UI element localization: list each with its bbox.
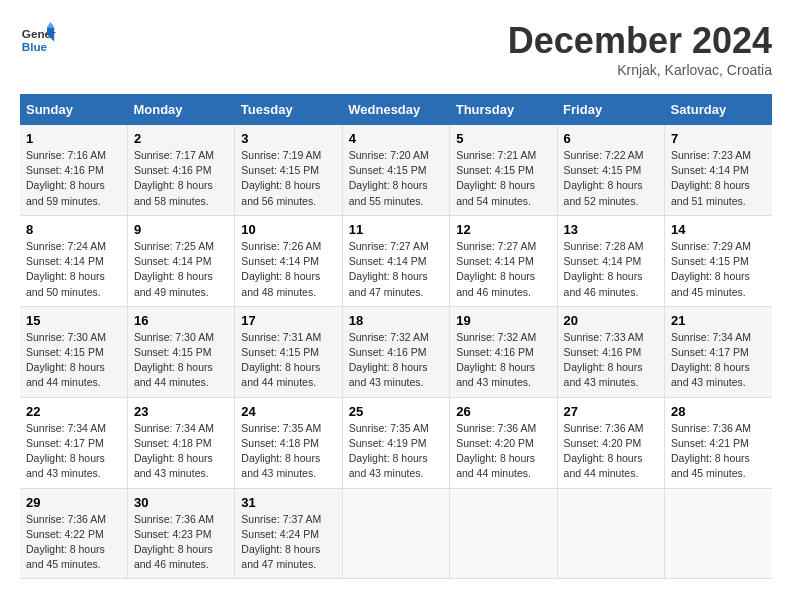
week-row-4: 22Sunrise: 7:34 AMSunset: 4:17 PMDayligh… bbox=[20, 397, 772, 488]
day-info: Sunrise: 7:36 AMSunset: 4:23 PMDaylight:… bbox=[134, 512, 228, 573]
day-info: Sunrise: 7:19 AMSunset: 4:15 PMDaylight:… bbox=[241, 148, 335, 209]
day-number: 26 bbox=[456, 404, 550, 419]
day-number: 14 bbox=[671, 222, 766, 237]
month-title: December 2024 bbox=[508, 20, 772, 62]
page-header: General Blue December 2024 Krnjak, Karlo… bbox=[20, 20, 772, 78]
day-cell: 20Sunrise: 7:33 AMSunset: 4:16 PMDayligh… bbox=[557, 306, 664, 397]
day-cell: 2Sunrise: 7:17 AMSunset: 4:16 PMDaylight… bbox=[127, 125, 234, 215]
weekday-header-row: SundayMondayTuesdayWednesdayThursdayFrid… bbox=[20, 94, 772, 125]
day-cell: 27Sunrise: 7:36 AMSunset: 4:20 PMDayligh… bbox=[557, 397, 664, 488]
day-number: 20 bbox=[564, 313, 658, 328]
day-info: Sunrise: 7:35 AMSunset: 4:19 PMDaylight:… bbox=[349, 421, 443, 482]
day-info: Sunrise: 7:25 AMSunset: 4:14 PMDaylight:… bbox=[134, 239, 228, 300]
day-info: Sunrise: 7:27 AMSunset: 4:14 PMDaylight:… bbox=[456, 239, 550, 300]
day-number: 30 bbox=[134, 495, 228, 510]
day-info: Sunrise: 7:31 AMSunset: 4:15 PMDaylight:… bbox=[241, 330, 335, 391]
day-number: 28 bbox=[671, 404, 766, 419]
day-number: 29 bbox=[26, 495, 121, 510]
day-number: 21 bbox=[671, 313, 766, 328]
day-cell: 7Sunrise: 7:23 AMSunset: 4:14 PMDaylight… bbox=[665, 125, 772, 215]
day-number: 4 bbox=[349, 131, 443, 146]
weekday-thursday: Thursday bbox=[450, 94, 557, 125]
day-number: 6 bbox=[564, 131, 658, 146]
day-number: 2 bbox=[134, 131, 228, 146]
day-number: 12 bbox=[456, 222, 550, 237]
day-cell bbox=[342, 488, 449, 579]
day-info: Sunrise: 7:36 AMSunset: 4:22 PMDaylight:… bbox=[26, 512, 121, 573]
day-number: 17 bbox=[241, 313, 335, 328]
day-number: 31 bbox=[241, 495, 335, 510]
day-cell bbox=[557, 488, 664, 579]
location-subtitle: Krnjak, Karlovac, Croatia bbox=[508, 62, 772, 78]
week-row-2: 8Sunrise: 7:24 AMSunset: 4:14 PMDaylight… bbox=[20, 215, 772, 306]
day-info: Sunrise: 7:33 AMSunset: 4:16 PMDaylight:… bbox=[564, 330, 658, 391]
day-cell: 31Sunrise: 7:37 AMSunset: 4:24 PMDayligh… bbox=[235, 488, 342, 579]
day-cell: 22Sunrise: 7:34 AMSunset: 4:17 PMDayligh… bbox=[20, 397, 127, 488]
day-number: 22 bbox=[26, 404, 121, 419]
day-info: Sunrise: 7:37 AMSunset: 4:24 PMDaylight:… bbox=[241, 512, 335, 573]
day-cell: 9Sunrise: 7:25 AMSunset: 4:14 PMDaylight… bbox=[127, 215, 234, 306]
day-cell: 17Sunrise: 7:31 AMSunset: 4:15 PMDayligh… bbox=[235, 306, 342, 397]
day-info: Sunrise: 7:36 AMSunset: 4:20 PMDaylight:… bbox=[456, 421, 550, 482]
day-number: 8 bbox=[26, 222, 121, 237]
day-info: Sunrise: 7:21 AMSunset: 4:15 PMDaylight:… bbox=[456, 148, 550, 209]
day-number: 23 bbox=[134, 404, 228, 419]
day-info: Sunrise: 7:36 AMSunset: 4:20 PMDaylight:… bbox=[564, 421, 658, 482]
day-number: 16 bbox=[134, 313, 228, 328]
logo: General Blue bbox=[20, 20, 56, 56]
weekday-tuesday: Tuesday bbox=[235, 94, 342, 125]
day-info: Sunrise: 7:34 AMSunset: 4:17 PMDaylight:… bbox=[26, 421, 121, 482]
day-info: Sunrise: 7:16 AMSunset: 4:16 PMDaylight:… bbox=[26, 148, 121, 209]
day-info: Sunrise: 7:32 AMSunset: 4:16 PMDaylight:… bbox=[456, 330, 550, 391]
day-cell bbox=[665, 488, 772, 579]
day-number: 13 bbox=[564, 222, 658, 237]
day-number: 19 bbox=[456, 313, 550, 328]
calendar-body: 1Sunrise: 7:16 AMSunset: 4:16 PMDaylight… bbox=[20, 125, 772, 579]
day-cell: 8Sunrise: 7:24 AMSunset: 4:14 PMDaylight… bbox=[20, 215, 127, 306]
day-number: 11 bbox=[349, 222, 443, 237]
day-info: Sunrise: 7:27 AMSunset: 4:14 PMDaylight:… bbox=[349, 239, 443, 300]
week-row-5: 29Sunrise: 7:36 AMSunset: 4:22 PMDayligh… bbox=[20, 488, 772, 579]
day-cell: 23Sunrise: 7:34 AMSunset: 4:18 PMDayligh… bbox=[127, 397, 234, 488]
day-number: 5 bbox=[456, 131, 550, 146]
weekday-saturday: Saturday bbox=[665, 94, 772, 125]
day-cell: 6Sunrise: 7:22 AMSunset: 4:15 PMDaylight… bbox=[557, 125, 664, 215]
day-info: Sunrise: 7:32 AMSunset: 4:16 PMDaylight:… bbox=[349, 330, 443, 391]
day-cell: 10Sunrise: 7:26 AMSunset: 4:14 PMDayligh… bbox=[235, 215, 342, 306]
svg-text:Blue: Blue bbox=[22, 40, 48, 53]
day-cell: 21Sunrise: 7:34 AMSunset: 4:17 PMDayligh… bbox=[665, 306, 772, 397]
day-info: Sunrise: 7:24 AMSunset: 4:14 PMDaylight:… bbox=[26, 239, 121, 300]
day-cell: 26Sunrise: 7:36 AMSunset: 4:20 PMDayligh… bbox=[450, 397, 557, 488]
day-cell: 12Sunrise: 7:27 AMSunset: 4:14 PMDayligh… bbox=[450, 215, 557, 306]
day-number: 18 bbox=[349, 313, 443, 328]
day-cell: 4Sunrise: 7:20 AMSunset: 4:15 PMDaylight… bbox=[342, 125, 449, 215]
day-cell bbox=[450, 488, 557, 579]
day-info: Sunrise: 7:34 AMSunset: 4:17 PMDaylight:… bbox=[671, 330, 766, 391]
day-info: Sunrise: 7:17 AMSunset: 4:16 PMDaylight:… bbox=[134, 148, 228, 209]
day-number: 1 bbox=[26, 131, 121, 146]
day-cell: 15Sunrise: 7:30 AMSunset: 4:15 PMDayligh… bbox=[20, 306, 127, 397]
day-cell: 28Sunrise: 7:36 AMSunset: 4:21 PMDayligh… bbox=[665, 397, 772, 488]
title-block: December 2024 Krnjak, Karlovac, Croatia bbox=[508, 20, 772, 78]
day-number: 9 bbox=[134, 222, 228, 237]
day-info: Sunrise: 7:28 AMSunset: 4:14 PMDaylight:… bbox=[564, 239, 658, 300]
day-cell: 14Sunrise: 7:29 AMSunset: 4:15 PMDayligh… bbox=[665, 215, 772, 306]
day-info: Sunrise: 7:30 AMSunset: 4:15 PMDaylight:… bbox=[26, 330, 121, 391]
logo-icon: General Blue bbox=[20, 20, 56, 56]
weekday-friday: Friday bbox=[557, 94, 664, 125]
day-cell: 11Sunrise: 7:27 AMSunset: 4:14 PMDayligh… bbox=[342, 215, 449, 306]
day-info: Sunrise: 7:34 AMSunset: 4:18 PMDaylight:… bbox=[134, 421, 228, 482]
day-number: 24 bbox=[241, 404, 335, 419]
day-number: 3 bbox=[241, 131, 335, 146]
week-row-1: 1Sunrise: 7:16 AMSunset: 4:16 PMDaylight… bbox=[20, 125, 772, 215]
day-info: Sunrise: 7:20 AMSunset: 4:15 PMDaylight:… bbox=[349, 148, 443, 209]
svg-marker-3 bbox=[47, 22, 54, 27]
day-cell: 29Sunrise: 7:36 AMSunset: 4:22 PMDayligh… bbox=[20, 488, 127, 579]
calendar-table: SundayMondayTuesdayWednesdayThursdayFrid… bbox=[20, 94, 772, 579]
calendar-header: SundayMondayTuesdayWednesdayThursdayFrid… bbox=[20, 94, 772, 125]
day-cell: 13Sunrise: 7:28 AMSunset: 4:14 PMDayligh… bbox=[557, 215, 664, 306]
day-number: 10 bbox=[241, 222, 335, 237]
day-number: 27 bbox=[564, 404, 658, 419]
day-cell: 5Sunrise: 7:21 AMSunset: 4:15 PMDaylight… bbox=[450, 125, 557, 215]
day-info: Sunrise: 7:26 AMSunset: 4:14 PMDaylight:… bbox=[241, 239, 335, 300]
